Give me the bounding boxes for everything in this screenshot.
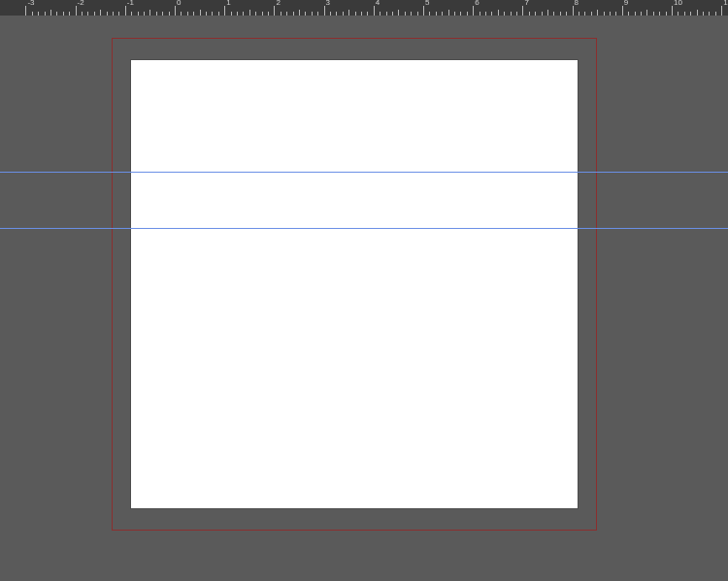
ruler-tick-minor	[584, 12, 585, 16]
ruler-tick-minor	[641, 12, 642, 16]
ruler-tick-minor	[579, 12, 579, 16]
ruler-tick-minor	[367, 12, 368, 16]
ruler-tick-minor	[206, 12, 207, 16]
artboard-page[interactable]	[131, 60, 578, 508]
ruler-tick-major	[175, 6, 176, 16]
ruler-tick-minor	[293, 12, 294, 16]
ruler-tick-minor	[100, 10, 101, 16]
ruler-tick-major	[374, 6, 375, 16]
ruler-tick-minor	[560, 12, 561, 16]
ruler-tick-minor	[417, 12, 418, 16]
ruler-tick-minor	[635, 12, 636, 16]
ruler-tick-major	[573, 6, 574, 16]
ruler-tick-minor	[200, 10, 201, 16]
ruler-label: 4	[376, 0, 380, 7]
ruler-tick-minor	[411, 12, 412, 16]
ruler-tick-minor	[405, 12, 406, 16]
ruler-tick-minor	[709, 12, 710, 16]
ruler-tick-minor	[703, 12, 704, 16]
horizontal-guide-2[interactable]	[0, 228, 728, 229]
ruler-label: 10	[674, 0, 682, 7]
ruler-tick-minor	[336, 12, 337, 16]
ruler-tick-major	[522, 6, 523, 16]
ruler-tick-minor	[678, 12, 678, 16]
ruler-tick-minor	[94, 12, 95, 16]
ruler-tick-minor	[131, 12, 132, 16]
ruler-tick-minor	[249, 10, 250, 16]
ruler-tick-minor	[156, 12, 157, 16]
ruler-tick-minor	[467, 12, 468, 16]
ruler-tick-minor	[604, 12, 605, 16]
ruler-tick-minor	[243, 12, 244, 16]
ruler-tick-major	[672, 6, 673, 16]
ruler-tick-minor	[312, 12, 313, 16]
ruler-tick-minor	[361, 12, 362, 16]
ruler-tick-minor	[299, 10, 300, 16]
pasteboard[interactable]	[0, 16, 728, 581]
ruler-label: 1	[226, 0, 230, 7]
ruler-tick-minor	[187, 12, 188, 16]
ruler-tick-major	[125, 6, 126, 16]
ruler-label: -1	[127, 0, 134, 7]
ruler-label: 0	[177, 0, 181, 7]
ruler-tick-minor	[82, 12, 83, 16]
horizontal-ruler[interactable]: -3-2-101234567891011121314	[0, 0, 728, 16]
ruler-tick-minor	[87, 12, 88, 16]
ruler-label: 5	[425, 0, 429, 7]
ruler-tick-minor	[436, 12, 437, 16]
ruler-label: -3	[27, 0, 34, 7]
ruler-tick-minor	[69, 12, 70, 16]
ruler-tick-minor	[485, 12, 486, 16]
ruler-tick-minor	[305, 12, 306, 16]
ruler-tick-minor	[715, 12, 716, 16]
ruler-tick-minor	[659, 12, 660, 16]
ruler-tick-minor	[429, 12, 430, 16]
ruler-label: 8	[575, 0, 579, 7]
ruler-tick-minor	[547, 10, 548, 16]
ruler-tick-minor	[38, 12, 39, 16]
ruler-label: 7	[524, 0, 528, 7]
ruler-tick-minor	[63, 12, 64, 16]
ruler-tick-minor	[162, 12, 163, 16]
ruler-label: 11	[723, 0, 728, 7]
ruler-tick-minor	[454, 12, 455, 16]
ruler-tick-minor	[268, 12, 269, 16]
ruler-tick-minor	[646, 10, 647, 16]
ruler-tick-minor	[144, 12, 145, 16]
ruler-tick-minor	[107, 12, 108, 16]
ruler-tick-minor	[169, 12, 170, 16]
ruler-tick-minor	[690, 12, 691, 16]
ruler-tick-minor	[262, 12, 263, 16]
ruler-tick-minor	[597, 10, 598, 16]
ruler-tick-major	[473, 6, 474, 16]
horizontal-guide-1[interactable]	[0, 172, 728, 173]
ruler-tick-minor	[181, 12, 182, 16]
ruler-tick-minor	[529, 12, 530, 16]
ruler-label: 3	[326, 0, 330, 7]
ruler-tick-minor	[491, 12, 492, 16]
ruler-tick-minor	[193, 12, 194, 16]
ruler-tick-minor	[118, 12, 119, 16]
ruler-tick-minor	[212, 12, 213, 16]
ruler-tick-major	[76, 6, 77, 16]
ruler-tick-minor	[237, 12, 238, 16]
ruler-tick-minor	[50, 10, 51, 16]
ruler-tick-minor	[448, 10, 449, 16]
ruler-tick-minor	[504, 12, 505, 16]
ruler-tick-minor	[343, 12, 344, 16]
ruler-tick-minor	[460, 12, 461, 16]
ruler-tick-major	[423, 6, 424, 16]
ruler-tick-minor	[218, 12, 219, 16]
ruler-tick-minor	[553, 12, 554, 16]
ruler-tick-minor	[516, 12, 517, 16]
ruler-tick-minor	[392, 12, 393, 16]
ruler-tick-minor	[281, 12, 281, 16]
ruler-tick-minor	[398, 10, 399, 16]
ruler-tick-minor	[535, 12, 536, 16]
ruler-tick-minor	[697, 10, 698, 16]
ruler-tick-minor	[653, 12, 654, 16]
ruler-tick-major	[224, 6, 225, 16]
ruler-tick-major	[25, 6, 26, 16]
ruler-tick-minor	[591, 12, 592, 16]
ruler-tick-minor	[480, 12, 480, 16]
